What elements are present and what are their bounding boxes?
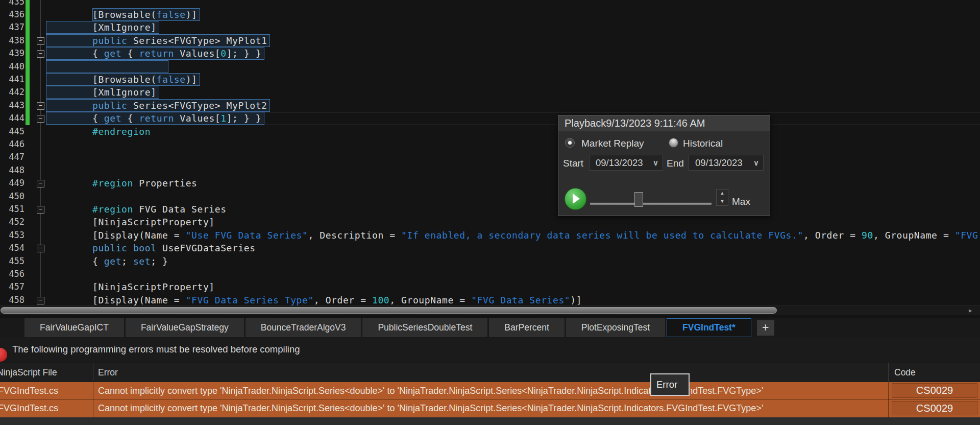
code-line[interactable]: { get { return Values[1]; } } <box>92 112 261 125</box>
code-line[interactable]: [XmlIgnore] <box>92 21 157 34</box>
market-replay-label: Market Replay <box>581 138 644 149</box>
horizontal-scrollbar-thumb[interactable] <box>1 307 777 314</box>
fold-toggle-icon[interactable]: − <box>37 115 44 123</box>
column-separator <box>888 382 889 417</box>
speed-slider-thumb[interactable] <box>634 192 643 207</box>
drag-ghost-label: Error <box>651 374 689 395</box>
speed-stepper: ▲ ▼ <box>716 189 728 206</box>
line-number: 449 <box>3 177 24 190</box>
end-date-value: 09/13/2023 <box>695 155 743 170</box>
add-tab-button[interactable]: + <box>757 320 774 336</box>
code-line[interactable]: #region Properties <box>92 177 198 190</box>
fold-toggle-icon[interactable]: − <box>37 297 44 304</box>
code-line[interactable]: { get; set; } <box>92 255 168 268</box>
line-number: 435 <box>3 0 24 8</box>
play-button[interactable] <box>565 188 586 210</box>
code-line[interactable]: [Browsable(false)] <box>92 73 198 86</box>
code-line[interactable]: #region FVG Data Series <box>92 203 227 216</box>
fold-toggle-icon[interactable]: − <box>37 245 44 252</box>
tab-publicseriesdoubletest[interactable]: PublicSeriesDoubleTest <box>362 318 487 337</box>
line-number: 448 <box>3 164 24 177</box>
code-line[interactable]: [NinjaScriptProperty] <box>92 280 215 293</box>
line-number: 436 <box>3 8 24 21</box>
playback-title-bar[interactable]: Playback9/13/2023 9:11:46 AM <box>558 115 770 131</box>
line-number: 440 <box>3 60 24 73</box>
line-number: 450 <box>3 190 24 203</box>
playback-datetime: 9/13/2023 9:11:46 AM <box>606 117 705 129</box>
error-code-badge: CS0029 <box>892 401 977 415</box>
tab-plotexposingtest[interactable]: PlotExposingTest <box>566 318 665 337</box>
error-code-badge: CS0029 <box>892 383 977 398</box>
column-separator[interactable] <box>888 363 889 382</box>
code-line[interactable]: [Display(Name = "FVG Data Series Type", … <box>92 294 582 305</box>
fold-toggle-icon[interactable]: − <box>37 102 44 110</box>
line-number: 443 <box>3 99 24 112</box>
column-separator <box>93 382 93 417</box>
error-row[interactable]: FVGIndTest.csCannot implicitly convert t… <box>0 400 980 417</box>
column-header-code[interactable]: Code <box>894 367 916 378</box>
market-replay-radio[interactable] <box>565 138 575 148</box>
line-number: 437 <box>3 21 24 34</box>
line-number: 447 <box>3 151 24 163</box>
line-number: 441 <box>3 73 24 86</box>
column-header-error[interactable]: Error <box>98 367 118 378</box>
line-number: 438 <box>3 34 24 47</box>
error-grid-header: NinjaScript File Error Code <box>0 363 980 382</box>
line-number: 452 <box>3 216 24 228</box>
code-line[interactable]: public bool UseFVGDataSeries <box>92 242 256 254</box>
column-header-file[interactable]: NinjaScript File <box>0 367 57 378</box>
tab-barpercent[interactable]: BarPercent <box>489 318 565 337</box>
line-number: 458 <box>3 294 24 305</box>
code-line[interactable]: [XmlIgnore] <box>92 86 157 99</box>
line-number: 453 <box>3 229 24 242</box>
horizontal-scrollbar[interactable]: ▸ <box>0 305 980 315</box>
code-line[interactable]: public Series<FVGType> MyPlot1 <box>92 34 267 47</box>
code-line[interactable]: [Browsable(false)] <box>92 8 198 21</box>
error-row[interactable]: FVGIndTest.csCannot implicitly convert t… <box>0 382 980 400</box>
line-number: 439 <box>3 47 24 60</box>
code-line[interactable]: public Series<FVGType> MyPlot2 <box>92 99 267 112</box>
code-line[interactable]: [Display(Name = "Use FVG Data Series", D… <box>92 229 978 242</box>
fold-toggle-icon[interactable]: − <box>37 180 44 187</box>
play-icon <box>573 194 580 204</box>
chevron-down-icon: ∨ <box>653 155 658 170</box>
code-line[interactable]: [NinjaScriptProperty] <box>92 216 215 228</box>
playback-panel: Playback9/13/2023 9:11:46 AM Market Repl… <box>558 115 770 216</box>
end-date-dropdown[interactable]: 09/13/2023 ∨ <box>689 155 764 171</box>
line-number: 456 <box>3 268 24 280</box>
tab-fairvaluegapstrategy[interactable]: FairValueGapStrategy <box>126 318 244 337</box>
error-column-drag-ghost: Error <box>650 373 690 396</box>
historical-label: Historical <box>683 138 723 149</box>
max-speed-label: Max <box>732 196 750 207</box>
changed-lines-bar <box>26 0 30 125</box>
scrollbar-right-arrow-icon[interactable]: ▸ <box>969 306 972 315</box>
line-number: 451 <box>3 203 24 216</box>
ninjascript-editor-window: 435436[Browsable(false)]437[XmlIgnore]43… <box>0 0 980 425</box>
start-date-dropdown[interactable]: 09/13/2023 ∨ <box>589 155 663 171</box>
line-number: 446 <box>3 138 24 151</box>
stepper-down-icon[interactable]: ▼ <box>717 198 728 206</box>
code-line[interactable]: #endregion <box>92 125 151 138</box>
script-tab-bar: FairValueGapICTFairValueGapStrategyBounc… <box>0 318 980 338</box>
compile-error-message: The following programming errors must be… <box>12 344 300 355</box>
tab-bouncetraderalgov3[interactable]: BounceTraderAlgoV3 <box>246 318 361 337</box>
line-number: 454 <box>3 242 24 254</box>
stepper-up-icon[interactable]: ▲ <box>717 190 728 198</box>
error-file-cell: FVGIndTest.cs <box>0 403 58 414</box>
chevron-down-icon: ∨ <box>753 155 759 170</box>
speed-slider[interactable] <box>590 202 712 206</box>
code-editor[interactable]: 435436[Browsable(false)]437[XmlIgnore]43… <box>0 0 980 305</box>
line-number: 457 <box>3 280 24 293</box>
tab-fvgindtest[interactable]: FVGIndTest* <box>667 318 751 337</box>
selection-highlight <box>46 60 168 73</box>
code-line[interactable]: { get { return Values[0]; } } <box>92 47 261 60</box>
playback-title: Playback <box>565 117 606 129</box>
start-date-value: 09/13/2023 <box>596 155 643 170</box>
line-number: 445 <box>3 125 24 138</box>
column-separator[interactable] <box>93 363 93 382</box>
fold-toggle-icon[interactable]: − <box>37 37 44 45</box>
fold-toggle-icon[interactable]: − <box>37 50 44 58</box>
historical-radio[interactable] <box>669 138 678 148</box>
fold-toggle-icon[interactable]: − <box>37 206 44 214</box>
tab-fairvaluegapict[interactable]: FairValueGapICT <box>24 318 124 337</box>
